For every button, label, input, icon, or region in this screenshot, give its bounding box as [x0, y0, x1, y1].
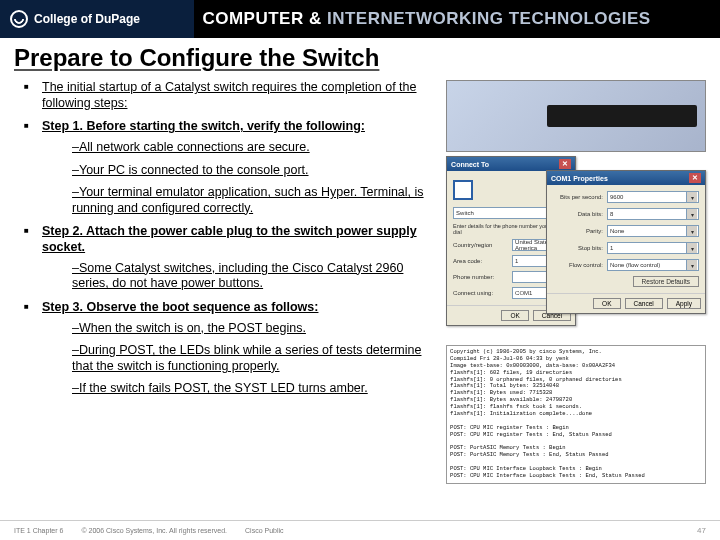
flow-select[interactable]: None (flow control) — [607, 259, 699, 271]
dialog1-title: Connect To — [451, 161, 489, 168]
connect-label: Connect using: — [453, 290, 508, 296]
footer: ITE 1 Chapter 6 © 2006 Cisco Systems, In… — [0, 520, 720, 540]
step3-item: –During POST, the LEDs blink while a ser… — [72, 343, 438, 374]
close-icon[interactable]: ✕ — [559, 159, 571, 169]
stopbits-label: Stop bits: — [553, 245, 603, 251]
step1-item: –Your PC is connected to the console por… — [72, 163, 438, 179]
footer-classification: Cisco Public — [245, 527, 284, 534]
close-icon[interactable]: ✕ — [689, 173, 701, 183]
intro-text: The initial startup of a Catalyst switch… — [42, 80, 417, 110]
country-label: Country/region — [453, 242, 508, 248]
step3-item: –When the switch is on, the POST begins. — [72, 321, 438, 337]
footer-copyright: © 2006 Cisco Systems, Inc. All rights re… — [81, 527, 227, 534]
slide-title: Prepare to Configure the Switch — [14, 44, 706, 72]
bps-select[interactable]: 9600 — [607, 191, 699, 203]
header-title: COMPUTER & INTERNETWORKING TECHNOLOGIES — [194, 9, 650, 29]
parity-label: Parity: — [553, 228, 603, 234]
step2-bullet: Step 2. Attach the power cable plug to t… — [30, 224, 438, 292]
dialog2-title: COM1 Properties — [551, 175, 608, 182]
logo-icon — [10, 10, 28, 28]
college-name: College of DuPage — [34, 12, 140, 26]
content-row: The initial startup of a Catalyst switch… — [14, 80, 706, 484]
page-number: 47 — [697, 526, 706, 535]
image-column: Connect To ✕ Switch Enter details for th… — [446, 80, 706, 484]
databits-select[interactable]: 8 — [607, 208, 699, 220]
area-label: Area code: — [453, 258, 508, 264]
step2-lead: Step 2. Attach the power cable plug to t… — [42, 224, 417, 254]
footer-chapter: ITE 1 Chapter 6 — [14, 527, 63, 534]
bps-label: Bits per second: — [553, 194, 603, 200]
step3-bullet: Step 3. Observe the boot sequence as fol… — [30, 300, 438, 397]
com-properties-dialog: COM1 Properties ✕ Bits per second:9600 D… — [546, 170, 706, 314]
step1-item: –Your terminal emulator application, suc… — [72, 185, 438, 216]
stopbits-select[interactable]: 1 — [607, 242, 699, 254]
step1-lead: Step 1. Before starting the switch, veri… — [42, 119, 365, 133]
cancel-button[interactable]: Cancel — [625, 298, 663, 309]
databits-label: Data bits: — [553, 211, 603, 217]
step2-item: –Some Catalyst switches, including the C… — [72, 261, 438, 292]
dialog-titlebar: COM1 Properties ✕ — [547, 171, 705, 185]
step3-item: –If the switch fails POST, the SYST LED … — [72, 381, 438, 397]
parity-select[interactable]: None — [607, 225, 699, 237]
apply-button[interactable]: Apply — [667, 298, 701, 309]
dialog-titlebar: Connect To ✕ — [447, 157, 575, 171]
college-logo: College of DuPage — [0, 10, 194, 28]
dialog-stack: Connect To ✕ Switch Enter details for th… — [446, 156, 706, 341]
ok-button[interactable]: OK — [593, 298, 620, 309]
connection-icon[interactable] — [453, 180, 473, 200]
step1-item: –All network cable connections are secur… — [72, 140, 438, 156]
header-bar: College of DuPage COMPUTER & INTERNETWOR… — [0, 0, 720, 38]
terminal-output: Copyright (c) 1986-2005 by cisco Systems… — [446, 345, 706, 484]
step1-bullet: Step 1. Before starting the switch, veri… — [30, 119, 438, 216]
phone-label: Phone number: — [453, 274, 508, 280]
text-column: The initial startup of a Catalyst switch… — [14, 80, 438, 484]
slide-body: Prepare to Configure the Switch The init… — [0, 38, 720, 518]
switch-photo — [446, 80, 706, 152]
step3-lead: Step 3. Observe the boot sequence as fol… — [42, 300, 318, 314]
flow-label: Flow control: — [553, 262, 603, 268]
header-title-b: INTERNETWORKING TECHNOLOGIES — [327, 9, 651, 28]
ok-button[interactable]: OK — [501, 310, 528, 321]
restore-button[interactable]: Restore Defaults — [633, 276, 699, 287]
header-title-a: COMPUTER & — [202, 9, 321, 28]
intro-bullet: The initial startup of a Catalyst switch… — [30, 80, 438, 111]
